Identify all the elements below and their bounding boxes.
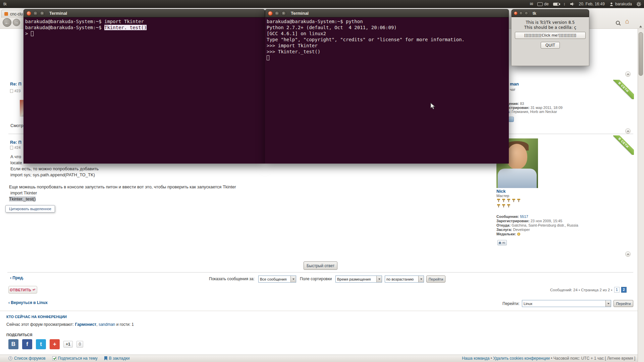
sort-go-button[interactable]: Перейти [426, 276, 445, 283]
terminal-titlebar[interactable]: − + Terminal [265, 9, 509, 17]
maximize-icon[interactable]: + [281, 11, 286, 16]
scroll-top-button[interactable] [625, 251, 631, 257]
online-user-link[interactable]: sandman [99, 322, 115, 327]
select-arrow-icon [290, 276, 296, 282]
twitter-share-icon[interactable]: t [36, 339, 46, 349]
private-message-button[interactable]: лс [497, 240, 507, 245]
home-icon[interactable]: ⌂ [625, 17, 629, 25]
profile-website-icon[interactable] [508, 117, 514, 122]
quit-button[interactable]: QUIT [541, 42, 560, 49]
scroll-top-button[interactable] [625, 128, 631, 134]
team-link[interactable]: Наша команда [462, 356, 489, 361]
battery-indicator[interactable] [553, 3, 559, 6]
profile-value[interactable]: 5517 [520, 215, 528, 219]
sound-indicator[interactable] [570, 2, 575, 6]
hammer-icon [501, 198, 506, 202]
scrollbar-up-icon[interactable] [639, 25, 642, 27]
delete-cookies-link[interactable]: Удалить cookies конференции [493, 356, 550, 361]
post24-title[interactable]: Re: П [10, 140, 21, 145]
post24-selected-text: Tkinter._test() [9, 196, 36, 202]
window-title: Terminal [291, 11, 309, 16]
profile-value: 83 [520, 102, 524, 106]
network-indicator[interactable]: ↕ [564, 2, 566, 6]
sort-direction-select[interactable]: по возрастанию [385, 276, 424, 283]
maximize-icon[interactable] [525, 11, 528, 15]
sort-field-select[interactable]: Время размещения [335, 276, 382, 283]
terminal-titlebar[interactable]: − + Terminal [23, 9, 265, 17]
post23-number: #23 [10, 89, 20, 93]
subscribe-topic-link[interactable]: Подписаться на тему [52, 356, 98, 361]
quick-reply-button[interactable]: Быстрый ответ [304, 261, 337, 270]
reply-button[interactable]: ОТВЕТИТЬ ↵ [8, 286, 37, 294]
window-title: Terminal [49, 11, 67, 16]
scroll-top-button[interactable] [625, 71, 631, 77]
close-icon[interactable] [514, 11, 518, 15]
medal-icon [517, 233, 520, 236]
post23-title[interactable]: Re: П [10, 81, 21, 86]
post-icon [10, 89, 13, 93]
tk-cedilla-text: This should be a cedilla: ç [512, 25, 589, 30]
facebook-share-icon[interactable]: f [22, 339, 32, 349]
window-title: tk [533, 11, 536, 16]
tk-titlebar[interactable]: tk [512, 9, 589, 17]
browser-scrollbar-thumb[interactable] [639, 32, 643, 76]
close-icon[interactable] [268, 11, 273, 16]
profile-value: Developer [513, 228, 530, 232]
profile-value: 31 мар 2011, 18:09 [531, 106, 562, 110]
post24-username[interactable]: Nick [496, 189, 505, 194]
terminal-content[interactable]: barakuda@barakuda-System:~$ python Pytho… [265, 17, 509, 164]
clock-indicator[interactable]: 20. Feb, 16:49 [579, 2, 605, 6]
post23-username[interactable]: man [510, 81, 519, 86]
bookmark-link[interactable]: В закладки [104, 356, 130, 361]
jump-to-label: Перейти: [502, 301, 520, 306]
divider [7, 272, 633, 273]
session-menu[interactable] [636, 2, 641, 7]
forward-button[interactable]: → [13, 19, 20, 26]
jump-to-select[interactable]: Linux [522, 300, 611, 307]
online-user-link[interactable]: Гармонист [75, 322, 97, 327]
prev-page-link[interactable]: ‹ Пред. [10, 276, 24, 280]
minimize-icon[interactable]: − [33, 11, 38, 16]
share-buttons: В f t + +1 0 [8, 339, 83, 349]
search-icon[interactable] [616, 20, 620, 26]
terminal-content[interactable]: barakuda@barakuda-System:~$ import Tkint… [23, 17, 265, 164]
page-2-current: 2 [621, 287, 627, 293]
desktop-top-panel: tk ✉ de ↕ 20. Feb, 16:49 barakuda [0, 0, 644, 8]
footer-links: Список форумов Подписаться на тему В зак… [8, 356, 129, 361]
display-posts-select[interactable]: Все сообщения [258, 276, 296, 283]
forum-list-link[interactable]: Список форумов [8, 356, 46, 361]
tab-favicon-icon [4, 12, 8, 16]
close-icon[interactable] [26, 11, 31, 16]
click-me-button[interactable]: [[[[[[[[[[[[Click me!]]]]]]]]]]]] [515, 32, 586, 39]
page-1-link[interactable]: 1 [614, 287, 620, 293]
vk-share-icon[interactable]: В [8, 339, 18, 349]
minimize-icon[interactable] [519, 11, 523, 15]
avatar-shirt [498, 169, 537, 188]
minimize-icon[interactable]: − [275, 11, 279, 16]
select-arrow-icon [418, 276, 424, 282]
active-app-title[interactable]: tk [3, 1, 7, 6]
profile-label: Зарегистрирован: [496, 219, 530, 223]
keyboard-layout-indicator[interactable]: de [537, 2, 548, 6]
terminal-line: Type "help", "copyright", "credits" or "… [267, 37, 509, 43]
return-to-forum-link[interactable]: ‹ Вернуться в Linux [8, 300, 48, 305]
maximize-icon[interactable]: + [40, 11, 45, 16]
online-badge: В СЕТИ [613, 80, 634, 99]
hammer-icon [506, 203, 511, 208]
google-plus-one-button[interactable]: +1 [63, 341, 73, 348]
back-button[interactable]: ← [3, 18, 11, 27]
footer-info: Наша команда • Удалить cookies конференц… [462, 356, 635, 361]
addthis-share-icon[interactable]: + [50, 339, 60, 349]
jump-go-button[interactable]: Перейти [613, 300, 633, 307]
messages-indicator[interactable]: ✉ [530, 2, 533, 6]
browser-scrollbar-track[interactable] [638, 29, 644, 362]
post24-line: А что [10, 154, 21, 160]
quote-selection-popup[interactable]: Цитировать выделенное [5, 205, 55, 213]
whos-online-title: КТО СЕЙЧАС НА КОНФЕРЕНЦИИ [6, 315, 67, 319]
profile-value: Gatchina, Saint-Petersburg distr., Russi… [512, 223, 578, 227]
sort-field-label: Поле сортировки [300, 277, 332, 281]
select-arrow-icon [605, 300, 611, 307]
user-menu[interactable]: barakuda [609, 2, 632, 6]
terminal-line: barakuda@barakuda-System:~$ Tkinter._tes… [25, 24, 265, 31]
chevron-up-icon [627, 73, 629, 76]
